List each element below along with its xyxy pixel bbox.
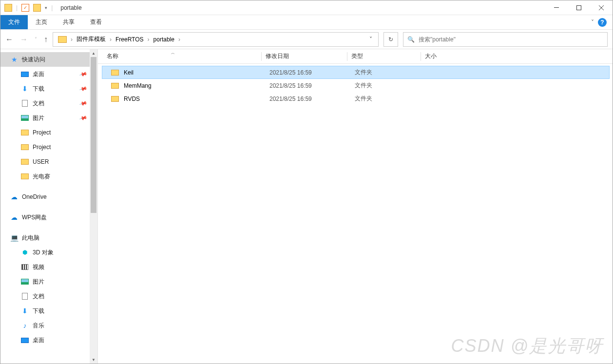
navigation-pane: ★ 快速访问 桌面 📌 ⬇ 下载 📌 文档 📌 图片 📌 Project Pro… [0,49,98,364]
column-header-size[interactable]: 大小 [421,52,465,60]
breadcrumb-sep-icon[interactable]: › [177,36,181,43]
tab-share[interactable]: 共享 [55,15,82,29]
tab-view[interactable]: 查看 [82,15,110,29]
sidebar-item[interactable]: 桌面 [0,333,97,347]
sidebar-item[interactable]: 文档 [0,289,97,304]
explorer-window: | ✓ ▾ | portable 文件 主页 共享 查看 ˅ ? ← → ˅ ↑ [0,0,613,364]
folder-icon [21,172,29,180]
breadcrumb-sep-icon[interactable]: › [70,36,74,43]
sidebar-item[interactable]: 文档 📌 [0,96,97,111]
file-row[interactable]: Keil 2021/8/25 16:59 文件夹 [102,66,610,79]
sidebar-item[interactable]: 光电赛 [0,169,97,184]
column-headers: 名称 ︿ 修改日期 类型 大小 [98,49,613,64]
back-button[interactable]: ← [5,35,13,44]
refresh-button[interactable]: ↻ [383,32,398,47]
cloud-icon: ☁ [10,193,18,201]
sidebar-item-label: 桌面 [33,70,44,78]
breadcrumb-sep-icon[interactable]: › [109,36,113,43]
sidebar-item-label: 文档 [33,99,44,108]
desktop-icon [21,70,29,78]
pc-icon: 💻 [10,234,18,242]
column-label: 名称 [107,53,118,59]
sidebar-item-label: 图片 [33,114,44,122]
3d-icon: ⬢ [21,249,29,256]
file-date: 2021/8/25 16:59 [266,82,351,89]
file-row[interactable]: MemMang 2021/8/25 16:59 文件夹 [102,79,610,92]
download-icon: ⬇ [21,85,29,93]
qat-dropdown-icon[interactable]: ▾ [45,5,47,10]
file-type: 文件夹 [351,68,424,77]
star-icon: ★ [10,56,18,63]
column-header-type[interactable]: 类型 [347,52,421,60]
sidebar-this-pc[interactable]: 💻 此电脑 [0,230,97,245]
address-bar[interactable]: › 固件库模板 › FreeRTOS › portable › ˅ [53,32,379,47]
ribbon-tabs: 文件 主页 共享 查看 ˅ ? [0,15,613,30]
sidebar-item[interactable]: USER [0,154,97,169]
sidebar-item[interactable]: ⬢ 3D 对象 [0,245,97,260]
up-button[interactable]: ↑ [44,35,48,44]
folder-icon [21,158,29,166]
sidebar-item-label: 3D 对象 [33,249,54,257]
sidebar-quick-access[interactable]: ★ 快速访问 [0,52,97,67]
sidebar-item-label: 桌面 [33,336,44,345]
pin-icon: 📌 [79,99,88,108]
address-history-icon[interactable]: ˅ [369,36,372,43]
sidebar-item[interactable]: Project [0,125,97,140]
folder-icon [111,83,119,89]
column-header-name[interactable]: 名称 ︿ [103,52,261,60]
folder-icon [21,129,29,136]
sidebar-item[interactable]: 桌面 📌 [0,67,97,81]
folder-icon [111,70,119,76]
scroll-down-icon[interactable]: ▼ [90,356,97,364]
search-box[interactable]: 🔍 [403,32,608,47]
doc-icon [21,292,29,300]
recent-dropdown-icon[interactable]: ˅ [35,37,37,42]
maximize-button[interactable] [568,0,590,15]
sidebar-item-label: Project [33,129,51,136]
sidebar-item[interactable]: 图片 📌 [0,111,97,125]
help-icon[interactable]: ? [598,18,607,27]
tab-file[interactable]: 文件 [0,15,28,29]
file-name: Keil [124,69,134,76]
addressbar-folder-icon [58,36,67,43]
forward-button[interactable]: → [20,35,28,44]
sidebar-item[interactable]: ⬇ 下载 📌 [0,81,97,96]
file-row[interactable]: RVDS 2021/8/25 16:59 文件夹 [102,92,610,105]
sidebar-item[interactable]: Project [0,140,97,154]
sidebar-item-label: 视频 [33,263,44,271]
sidebar-label: 快速访问 [22,56,45,64]
ribbon-expand-icon[interactable]: ˅ [591,19,594,26]
scrollbar-thumb[interactable] [91,57,96,213]
sidebar-item[interactable]: ♪ 音乐 [0,318,97,333]
file-type: 文件夹 [351,81,424,90]
sidebar-wps[interactable]: ☁ WPS网盘 [0,210,97,225]
breadcrumb-item[interactable]: 固件库模板 [74,35,109,43]
sidebar-onedrive[interactable]: ☁ OneDrive [0,190,97,204]
tab-home[interactable]: 主页 [28,15,55,29]
sidebar-item-label: 下载 [33,307,44,315]
download-icon: ⬇ [21,307,29,315]
sidebar-scrollbar[interactable]: ▲ ▼ [90,49,97,364]
breadcrumb-sep-icon[interactable]: › [147,36,151,43]
sidebar-label: 此电脑 [22,234,39,242]
minimize-button[interactable] [545,0,568,15]
pin-icon: 📌 [79,114,88,122]
qat-newfolder-icon[interactable] [33,4,41,12]
folder-icon [111,96,119,102]
search-input[interactable] [419,36,603,43]
titlebar: | ✓ ▾ | portable [0,0,613,15]
window-title: portable [60,4,81,11]
scroll-up-icon[interactable]: ▲ [90,49,97,57]
column-header-date[interactable]: 修改日期 [262,52,347,60]
sidebar-item[interactable]: 图片 [0,274,97,289]
sidebar-item-label: USER [33,158,49,165]
breadcrumb-item[interactable]: portable [151,36,177,43]
sidebar-item-label: 图片 [33,278,44,286]
title-separator: | [51,4,53,11]
file-name: RVDS [124,96,140,102]
sidebar-item[interactable]: 视频 [0,260,97,274]
sidebar-item[interactable]: ⬇ 下载 [0,304,97,318]
qat-properties-icon[interactable]: ✓ [21,4,29,12]
close-button[interactable] [590,0,613,15]
breadcrumb-item[interactable]: FreeRTOS [113,36,147,43]
